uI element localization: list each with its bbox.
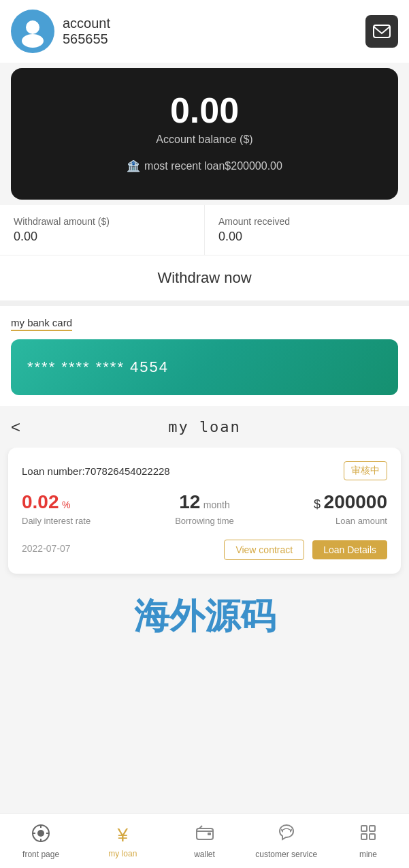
account-label: account — [63, 16, 110, 31]
borrow-time-value: 12 — [179, 491, 200, 512]
interest-rate-value-row: 0.02 % — [22, 491, 144, 513]
loan-card-header: Loan number:707826454022228 审核中 — [22, 461, 387, 480]
balance-amount: 0.00 — [27, 90, 382, 131]
account-info: account 565655 — [63, 16, 110, 47]
nav-item-my-loan[interactable]: ¥ my loan — [82, 814, 163, 868]
interest-rate-unit: % — [62, 499, 70, 510]
bank-section: my bank card **** **** **** 4554 — [0, 306, 409, 406]
received-value: 0.00 — [218, 230, 395, 244]
wallet-icon — [195, 823, 214, 847]
nav-label-wallet: wallet — [194, 850, 215, 859]
borrow-time-unit: month — [203, 499, 230, 510]
loan-amount-label: Loan amount — [265, 516, 387, 526]
nav-label-customer-service: customer service — [255, 850, 317, 859]
loan-card: Loan number:707826454022228 审核中 0.02 % D… — [8, 448, 401, 574]
loan-amount-stat: $ 200000 Loan amount — [265, 491, 387, 526]
nav-label-front-page: front page — [22, 850, 59, 859]
nav-item-wallet[interactable]: wallet — [163, 814, 245, 868]
borrow-time-value-row: 12 month — [144, 491, 265, 513]
svg-rect-10 — [208, 833, 211, 835]
loan-details-button[interactable]: Loan Details — [312, 540, 387, 559]
front-page-icon — [31, 824, 50, 847]
loan-status-badge: 审核中 — [344, 461, 387, 480]
loan-card-bottom: 2022-07-07 View contract Loan Details — [22, 537, 387, 560]
bottom-nav: front page ¥ my loan wallet custom — [0, 813, 409, 868]
my-loan-icon: ¥ — [118, 824, 129, 846]
mine-icon — [359, 823, 378, 847]
back-button[interactable]: < — [11, 418, 20, 437]
received-stat: Amount received 0.00 — [205, 205, 409, 255]
loan-icon: 🏦 — [127, 159, 140, 172]
message-icon[interactable] — [365, 15, 398, 48]
view-contract-button[interactable]: View contract — [224, 540, 304, 560]
borrow-time-stat: 12 month Borrowing time — [144, 491, 265, 526]
svg-rect-2 — [374, 25, 390, 37]
loan-amount-value: 200000 — [324, 491, 387, 512]
account-number: 565655 — [63, 31, 110, 47]
loan-amount-value-row: $ 200000 — [265, 491, 387, 513]
svg-point-0 — [26, 20, 39, 34]
balance-label: Account balance ($) — [27, 134, 382, 146]
loan-actions: View contract Loan Details — [224, 540, 387, 560]
my-loan-header: < my loan — [0, 406, 409, 448]
nav-item-mine[interactable]: mine — [327, 814, 409, 868]
bank-card-number: **** **** **** 4554 — [27, 358, 169, 375]
header-left: account 565655 — [11, 10, 110, 53]
recent-loan-text: most recent loan$200000.00 — [144, 160, 282, 172]
stats-row: Withdrawal amount ($) 0.00 Amount receiv… — [0, 205, 409, 255]
bank-section-title: my bank card — [11, 317, 398, 331]
nav-item-customer-service[interactable]: customer service — [246, 814, 327, 868]
withdraw-section: Withdraw now — [0, 255, 409, 306]
withdrawal-label: Withdrawal amount ($) — [14, 216, 191, 227]
loan-number: Loan number:707826454022228 — [22, 465, 170, 477]
svg-rect-12 — [370, 826, 375, 831]
withdraw-now-button[interactable]: Withdraw now — [157, 269, 251, 287]
svg-rect-11 — [361, 826, 367, 831]
header: account 565655 — [0, 0, 409, 63]
balance-card: 0.00 Account balance ($) 🏦 most recent l… — [11, 68, 398, 200]
nav-label-my-loan: my loan — [108, 849, 137, 858]
recent-loan: 🏦 most recent loan$200000.00 — [27, 159, 382, 172]
svg-point-4 — [37, 830, 44, 837]
borrow-time-label: Borrowing time — [144, 516, 265, 526]
bank-title-text: my bank card — [11, 317, 72, 331]
nav-item-front-page[interactable]: front page — [0, 814, 82, 868]
bank-card[interactable]: **** **** **** 4554 — [11, 339, 398, 395]
withdrawal-stat: Withdrawal amount ($) 0.00 — [0, 205, 205, 255]
svg-rect-13 — [361, 834, 367, 839]
loan-date: 2022-07-07 — [22, 543, 71, 554]
interest-rate-label: Daily interest rate — [22, 516, 144, 526]
withdrawal-value: 0.00 — [14, 230, 191, 244]
nav-label-mine: mine — [359, 850, 377, 859]
interest-rate-value: 0.02 — [22, 491, 59, 512]
interest-rate-stat: 0.02 % Daily interest rate — [22, 491, 144, 526]
loan-stats: 0.02 % Daily interest rate 12 month Borr… — [22, 491, 387, 526]
loan-amount-currency: $ — [314, 497, 321, 511]
received-label: Amount received — [218, 216, 395, 227]
avatar — [11, 10, 54, 53]
my-loan-title: my loan — [168, 418, 241, 435]
svg-point-1 — [22, 34, 44, 48]
customer-service-icon — [277, 823, 296, 847]
svg-rect-14 — [370, 834, 375, 839]
